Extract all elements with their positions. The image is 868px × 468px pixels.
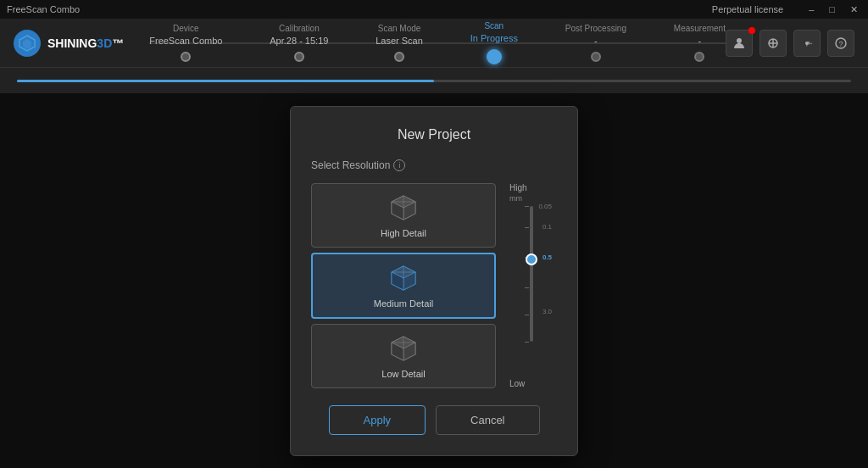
header-icons: ? <box>726 30 854 57</box>
progress-bar-area <box>0 68 868 93</box>
low-detail-cube-icon <box>388 333 419 364</box>
low-detail-label: Low Detail <box>381 369 425 379</box>
pipeline-step-device: Device FreeScan Combo <box>149 24 222 62</box>
pipeline-step-scanmode: Scan Mode Laser Scan <box>376 24 423 62</box>
dialog-buttons: Apply Cancel <box>311 405 557 435</box>
slider-track: 0.05 0.1 0.5 3.0 <box>530 206 533 342</box>
step-scanmode-label: Scan Mode <box>378 24 421 33</box>
cancel-button[interactable]: Cancel <box>436 405 539 435</box>
step-device-label: Device <box>173 24 199 33</box>
svg-marker-1 <box>23 39 31 49</box>
pipeline: Device FreeScan Combo Calibration Apr.28… <box>149 21 726 64</box>
slider-unit: mm <box>509 194 522 203</box>
logo-text: SHINING3D™ <box>47 36 124 50</box>
step-device-value: FreeScan Combo <box>149 36 222 46</box>
step-postprocessing-dot <box>591 52 601 62</box>
step-calibration-value: Apr.28 - 15:19 <box>270 36 328 46</box>
resolution-option-low[interactable]: Low Detail <box>311 324 496 388</box>
pipeline-step-scan: Scan In Progress <box>470 21 518 64</box>
app-title: FreeScan Combo <box>7 4 80 14</box>
slider-high-label: High <box>509 183 527 192</box>
step-measurement-label: Measurement <box>674 24 726 33</box>
high-detail-label: High Detail <box>381 228 426 238</box>
progress-fill <box>17 80 434 82</box>
step-device-dot <box>181 52 191 62</box>
resolution-options: High Detail Medium Detail <box>311 183 496 388</box>
step-scan-dot <box>487 49 502 64</box>
step-scanmode-dot <box>394 52 404 62</box>
share-icon-button[interactable] <box>760 30 787 57</box>
user-icon-button[interactable] <box>726 30 753 57</box>
header: SHINING3D™ Device FreeScan Combo Calibra… <box>0 19 868 68</box>
resolution-slider-container: High mm 0.05 0.1 <box>506 183 557 388</box>
modal-overlay: New Project Select Resolution i <box>0 93 868 468</box>
slider-track-container[interactable]: 0.05 0.1 0.5 3.0 <box>523 206 540 372</box>
step-postprocessing-label: Post Processing <box>565 24 626 33</box>
resolution-area: High Detail Medium Detail <box>311 183 557 388</box>
select-resolution-label: Select Resolution i <box>311 159 557 171</box>
progress-track <box>17 80 851 82</box>
high-detail-cube-icon <box>388 192 419 223</box>
pipeline-step-postprocessing: Post Processing - <box>565 24 626 62</box>
step-measurement-value: - <box>698 36 702 46</box>
step-measurement-dot <box>694 52 704 62</box>
svg-text:?: ? <box>838 40 843 48</box>
settings-icon-button[interactable] <box>793 30 821 57</box>
license-label: Perpetual license <box>712 4 783 15</box>
minimize-button[interactable]: – <box>805 4 817 15</box>
window-controls: Perpetual license – □ ✕ <box>712 4 861 15</box>
resolution-option-high[interactable]: High Detail <box>311 183 496 248</box>
help-icon-button[interactable]: ? <box>827 30 854 57</box>
step-calibration-dot <box>294 52 304 62</box>
step-postprocessing-value: - <box>594 36 598 46</box>
medium-detail-cube-icon <box>388 263 419 293</box>
info-icon[interactable]: i <box>393 159 405 171</box>
title-bar: FreeScan Combo Perpetual license – □ ✕ <box>0 0 868 19</box>
main-content: New Project Select Resolution i <box>0 93 868 468</box>
medium-detail-label: Medium Detail <box>374 298 433 309</box>
slider-handle[interactable] <box>526 254 537 265</box>
new-project-dialog: New Project Select Resolution i <box>290 106 578 456</box>
resolution-option-medium[interactable]: Medium Detail <box>311 253 496 319</box>
logo-icon <box>14 30 41 57</box>
apply-button[interactable]: Apply <box>329 405 426 435</box>
pipeline-step-calibration: Calibration Apr.28 - 15:19 <box>270 24 328 62</box>
close-button[interactable]: ✕ <box>847 4 861 15</box>
svg-point-2 <box>737 38 742 43</box>
step-calibration-label: Calibration <box>279 24 320 33</box>
step-scan-label: Scan <box>484 21 504 31</box>
dialog-title: New Project <box>311 127 557 142</box>
slider-low-label: Low <box>509 379 525 388</box>
pipeline-step-measurement: Measurement - <box>674 24 726 62</box>
logo-area: SHINING3D™ <box>14 30 124 57</box>
step-scan-value: In Progress <box>470 33 518 43</box>
maximize-button[interactable]: □ <box>826 4 838 15</box>
step-scanmode-value: Laser Scan <box>376 36 423 46</box>
pipeline-steps: Device FreeScan Combo Calibration Apr.28… <box>149 21 726 64</box>
